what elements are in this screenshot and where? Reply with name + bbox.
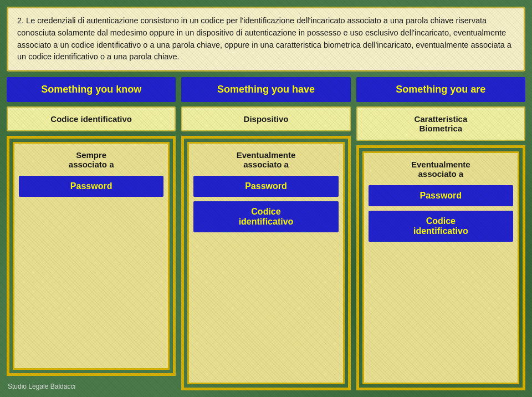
main-container: 2. Le credenziali di autenticazione cons… <box>0 0 532 397</box>
inner-item-are-0: Password <box>369 185 513 206</box>
sub-know: Codice identificativo <box>7 106 176 131</box>
nested-label-have: Eventualmenteassociato a <box>193 148 338 171</box>
inner-frame-have: Eventualmenteassociato a Password Codice… <box>187 142 344 384</box>
outer-frame-are: Eventualmenteassociato a Password Codice… <box>356 145 525 390</box>
nested-label-are: Eventualmenteassociato a <box>369 157 513 181</box>
outer-frame-have: Eventualmenteassociato a Password Codice… <box>181 136 350 390</box>
inner-item-know-0: Password <box>19 176 163 197</box>
columns-wrapper: Something you know Codice identificativo… <box>7 77 525 390</box>
inner-item-have-0: Password <box>193 176 338 197</box>
intro-text: 2. Le credenziali di autenticazione cons… <box>17 16 511 61</box>
header-know: Something you know <box>7 77 176 102</box>
nested-label-know: Sempreassociato a <box>19 148 163 171</box>
header-have: Something you have <box>181 77 350 102</box>
intro-box: 2. Le credenziali di autenticazione cons… <box>7 7 525 72</box>
sub-have: Dispositivo <box>181 106 350 131</box>
inner-item-are-1: Codiceidentificativo <box>369 211 513 242</box>
inner-frame-are: Eventualmenteassociato a Password Codice… <box>362 151 519 384</box>
outer-frame-know: Sempreassociato a Password <box>7 136 176 376</box>
footer-know: Studio Legale Baldacci <box>7 380 176 390</box>
column-know: Something you know Codice identificativo… <box>7 77 176 390</box>
header-are: Something you are <box>356 77 525 102</box>
inner-item-have-1: Codiceidentificativo <box>193 201 338 232</box>
column-are: Something you are CaratteristicaBiometri… <box>356 77 525 390</box>
sub-are: CaratteristicaBiometrica <box>356 106 525 141</box>
column-have: Something you have Dispositivo Eventualm… <box>181 77 350 390</box>
inner-frame-know: Sempreassociato a Password <box>13 142 170 370</box>
